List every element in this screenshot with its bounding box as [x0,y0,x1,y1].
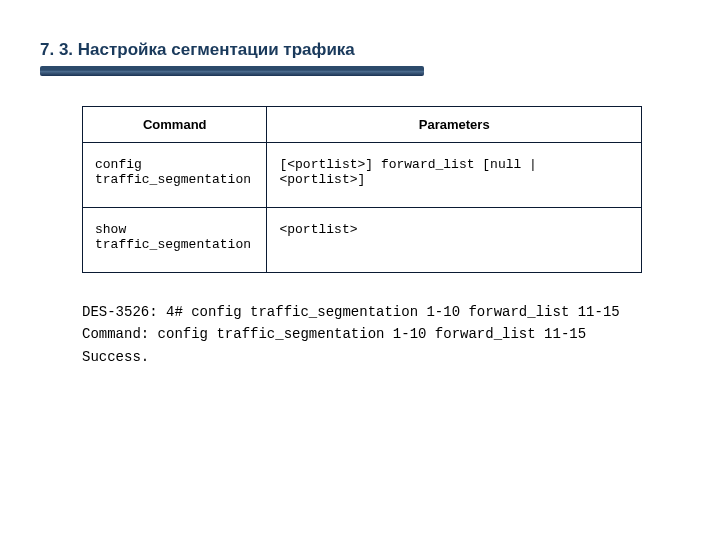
command-table: Command Parameters config traffic_segmen… [82,106,642,273]
terminal-output: DES-3526: 4# config traffic_segmentation… [82,301,680,368]
terminal-line: DES-3526: 4# config traffic_segmentation… [82,301,680,323]
table-header-command: Command [83,107,267,143]
terminal-line: Command: config traffic_segmentation 1-1… [82,323,680,345]
section-heading-wrap: 7. 3. Настройка сегментации трафика [40,40,680,76]
table-row: show traffic_segmentation <portlist> [83,208,642,273]
section-heading: 7. 3. Настройка сегментации трафика [40,40,680,60]
terminal-line: Success. [82,346,680,368]
heading-underline [40,66,424,76]
cell-parameters: <portlist> [267,208,642,273]
cell-command: config traffic_segmentation [83,143,267,208]
cell-parameters: [<portlist>] forward_list [null | <portl… [267,143,642,208]
table-row: config traffic_segmentation [<portlist>]… [83,143,642,208]
cell-command: show traffic_segmentation [83,208,267,273]
table-header-row: Command Parameters [83,107,642,143]
table-header-parameters: Parameters [267,107,642,143]
